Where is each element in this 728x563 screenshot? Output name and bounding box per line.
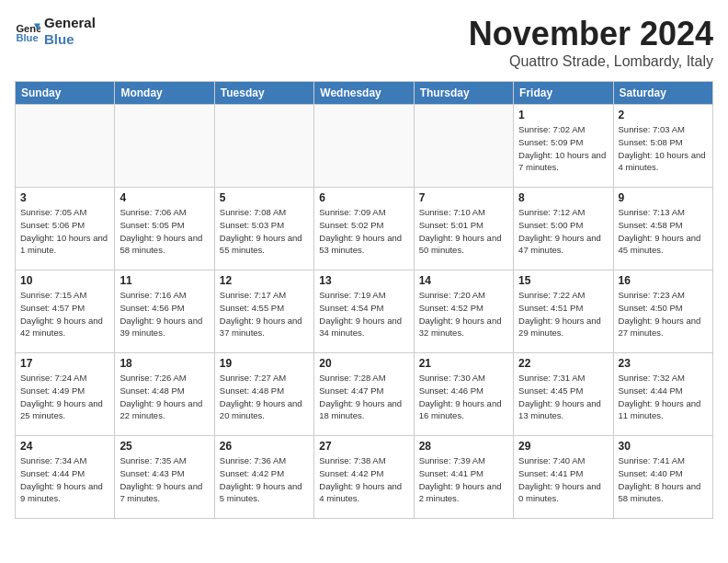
calendar-cell-w4d6: 30Sunrise: 7:41 AM Sunset: 4:40 PM Dayli… (613, 436, 712, 519)
day-info: Sunrise: 7:39 AM Sunset: 4:41 PM Dayligh… (419, 454, 508, 505)
day-number: 30 (619, 440, 708, 453)
day-info: Sunrise: 7:03 AM Sunset: 5:08 PM Dayligh… (619, 123, 708, 174)
calendar-cell-w2d0: 10Sunrise: 7:15 AM Sunset: 4:57 PM Dayli… (16, 270, 115, 353)
calendar-cell-w3d3: 20Sunrise: 7:28 AM Sunset: 4:47 PM Dayli… (314, 353, 414, 436)
location-title: Quattro Strade, Lombardy, Italy (469, 53, 713, 70)
day-info: Sunrise: 7:19 AM Sunset: 4:54 PM Dayligh… (319, 289, 408, 339)
calendar-cell-w0d2 (214, 105, 313, 188)
day-number: 15 (518, 274, 608, 287)
calendar-cell-w1d0: 3Sunrise: 7:05 AM Sunset: 5:06 PM Daylig… (16, 188, 115, 270)
day-number: 19 (220, 357, 309, 370)
day-number: 12 (220, 274, 309, 287)
svg-text:Blue: Blue (16, 32, 38, 43)
day-info: Sunrise: 7:23 AM Sunset: 4:50 PM Dayligh… (619, 289, 708, 339)
day-info: Sunrise: 7:27 AM Sunset: 4:48 PM Dayligh… (220, 372, 309, 422)
day-number: 8 (518, 191, 608, 204)
calendar-cell-w0d1 (115, 105, 214, 188)
calendar-cell-w1d3: 6Sunrise: 7:09 AM Sunset: 5:02 PM Daylig… (314, 188, 414, 270)
day-info: Sunrise: 7:31 AM Sunset: 4:45 PM Dayligh… (518, 372, 608, 422)
day-info: Sunrise: 7:35 AM Sunset: 4:43 PM Dayligh… (119, 454, 209, 505)
calendar-cell-w4d2: 26Sunrise: 7:36 AM Sunset: 4:42 PM Dayli… (214, 436, 313, 519)
calendar-cell-w1d5: 8Sunrise: 7:12 AM Sunset: 5:00 PM Daylig… (514, 188, 613, 270)
calendar-cell-w2d1: 11Sunrise: 7:16 AM Sunset: 4:56 PM Dayli… (115, 270, 214, 353)
calendar-cell-w0d5: 1Sunrise: 7:02 AM Sunset: 5:09 PM Daylig… (514, 105, 613, 188)
calendar-cell-w3d1: 18Sunrise: 7:26 AM Sunset: 4:48 PM Dayli… (115, 353, 214, 436)
day-info: Sunrise: 7:24 AM Sunset: 4:49 PM Dayligh… (20, 372, 109, 422)
day-number: 3 (20, 191, 109, 204)
day-info: Sunrise: 7:06 AM Sunset: 5:05 PM Dayligh… (119, 206, 209, 257)
day-number: 13 (319, 274, 408, 287)
calendar-cell-w2d5: 15Sunrise: 7:22 AM Sunset: 4:51 PM Dayli… (514, 270, 613, 353)
day-number: 6 (319, 191, 408, 204)
day-header-saturday: Saturday (613, 82, 712, 105)
day-info: Sunrise: 7:05 AM Sunset: 5:06 PM Dayligh… (20, 206, 109, 257)
calendar-cell-w3d0: 17Sunrise: 7:24 AM Sunset: 4:49 PM Dayli… (16, 353, 115, 436)
calendar-cell-w2d3: 13Sunrise: 7:19 AM Sunset: 4:54 PM Dayli… (314, 270, 414, 353)
day-number: 25 (119, 440, 209, 453)
day-number: 16 (619, 274, 708, 287)
day-info: Sunrise: 7:40 AM Sunset: 4:41 PM Dayligh… (518, 454, 608, 505)
day-info: Sunrise: 7:20 AM Sunset: 4:52 PM Dayligh… (419, 289, 508, 339)
calendar-cell-w3d6: 23Sunrise: 7:32 AM Sunset: 4:44 PM Dayli… (613, 353, 712, 436)
day-info: Sunrise: 7:15 AM Sunset: 4:57 PM Dayligh… (20, 289, 109, 339)
calendar-table: SundayMondayTuesdayWednesdayThursdayFrid… (15, 81, 713, 519)
day-number: 23 (619, 357, 708, 370)
calendar-cell-w1d2: 5Sunrise: 7:08 AM Sunset: 5:03 PM Daylig… (214, 188, 313, 270)
calendar-cell-w3d5: 22Sunrise: 7:31 AM Sunset: 4:45 PM Dayli… (514, 353, 613, 436)
day-header-wednesday: Wednesday (314, 82, 414, 105)
calendar-cell-w1d6: 9Sunrise: 7:13 AM Sunset: 4:58 PM Daylig… (613, 188, 712, 270)
calendar-cell-w4d5: 29Sunrise: 7:40 AM Sunset: 4:41 PM Dayli… (514, 436, 613, 519)
day-header-monday: Monday (115, 82, 214, 105)
day-number: 1 (518, 109, 608, 121)
day-number: 18 (119, 357, 209, 370)
day-number: 28 (419, 440, 508, 453)
logo: General Blue General Blue (15, 15, 96, 48)
day-number: 29 (518, 440, 608, 453)
day-number: 20 (319, 357, 408, 370)
calendar-cell-w2d4: 14Sunrise: 7:20 AM Sunset: 4:52 PM Dayli… (414, 270, 513, 353)
day-info: Sunrise: 7:32 AM Sunset: 4:44 PM Dayligh… (619, 372, 708, 422)
day-number: 4 (119, 191, 209, 204)
day-number: 7 (419, 191, 508, 204)
calendar-cell-w4d1: 25Sunrise: 7:35 AM Sunset: 4:43 PM Dayli… (115, 436, 214, 519)
month-title: November 2024 (469, 15, 713, 53)
calendar-cell-w4d4: 28Sunrise: 7:39 AM Sunset: 4:41 PM Dayli… (414, 436, 513, 519)
calendar-cell-w2d2: 12Sunrise: 7:17 AM Sunset: 4:55 PM Dayli… (214, 270, 313, 353)
calendar-cell-w4d3: 27Sunrise: 7:38 AM Sunset: 4:42 PM Dayli… (314, 436, 414, 519)
day-info: Sunrise: 7:28 AM Sunset: 4:47 PM Dayligh… (319, 372, 408, 422)
calendar-cell-w2d6: 16Sunrise: 7:23 AM Sunset: 4:50 PM Dayli… (613, 270, 712, 353)
day-info: Sunrise: 7:41 AM Sunset: 4:40 PM Dayligh… (619, 454, 708, 505)
day-number: 24 (20, 440, 109, 453)
day-info: Sunrise: 7:26 AM Sunset: 4:48 PM Dayligh… (119, 372, 209, 422)
day-header-thursday: Thursday (414, 82, 513, 105)
day-number: 9 (619, 191, 708, 204)
day-number: 22 (518, 357, 608, 370)
logo-line2: Blue (44, 31, 96, 48)
day-info: Sunrise: 7:08 AM Sunset: 5:03 PM Dayligh… (220, 206, 309, 257)
calendar-cell-w0d6: 2Sunrise: 7:03 AM Sunset: 5:08 PM Daylig… (613, 105, 712, 188)
calendar-cell-w1d4: 7Sunrise: 7:10 AM Sunset: 5:01 PM Daylig… (414, 188, 513, 270)
calendar-cell-w0d4 (414, 105, 513, 188)
day-header-sunday: Sunday (16, 82, 115, 105)
day-number: 10 (20, 274, 109, 287)
day-number: 14 (419, 274, 508, 287)
logo-line1: General (44, 15, 96, 31)
day-number: 27 (319, 440, 408, 453)
day-info: Sunrise: 7:22 AM Sunset: 4:51 PM Dayligh… (518, 289, 608, 339)
day-info: Sunrise: 7:36 AM Sunset: 4:42 PM Dayligh… (220, 454, 309, 505)
calendar-cell-w0d3 (314, 105, 414, 188)
day-info: Sunrise: 7:02 AM Sunset: 5:09 PM Dayligh… (518, 123, 608, 174)
day-number: 2 (619, 109, 708, 121)
calendar-cell-w3d2: 19Sunrise: 7:27 AM Sunset: 4:48 PM Dayli… (214, 353, 313, 436)
day-info: Sunrise: 7:30 AM Sunset: 4:46 PM Dayligh… (419, 372, 508, 422)
day-info: Sunrise: 7:10 AM Sunset: 5:01 PM Dayligh… (419, 206, 508, 257)
day-info: Sunrise: 7:13 AM Sunset: 4:58 PM Dayligh… (619, 206, 708, 257)
day-info: Sunrise: 7:16 AM Sunset: 4:56 PM Dayligh… (119, 289, 209, 339)
day-number: 21 (419, 357, 508, 370)
day-number: 17 (20, 357, 109, 370)
day-number: 26 (220, 440, 309, 453)
calendar-cell-w4d0: 24Sunrise: 7:34 AM Sunset: 4:44 PM Dayli… (16, 436, 115, 519)
day-info: Sunrise: 7:12 AM Sunset: 5:00 PM Dayligh… (518, 206, 608, 257)
calendar-cell-w3d4: 21Sunrise: 7:30 AM Sunset: 4:46 PM Dayli… (414, 353, 513, 436)
calendar-cell-w0d0 (16, 105, 115, 188)
